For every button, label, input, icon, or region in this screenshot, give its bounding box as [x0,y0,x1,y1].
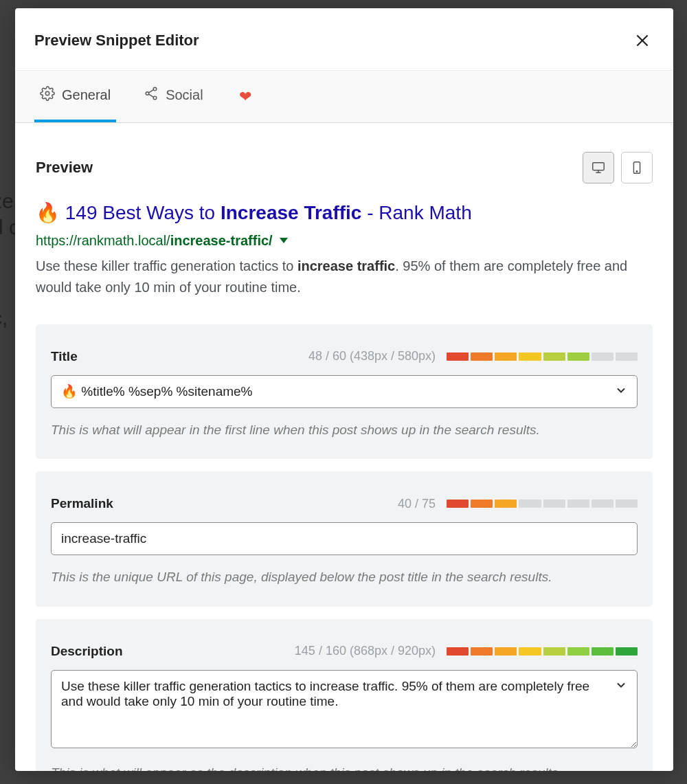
device-mobile-button[interactable] [621,152,653,183]
dropdown-caret-icon[interactable] [280,238,288,243]
tab-social-label: Social [166,87,203,103]
title-counter: 48 / 60 (438px / 580px) [308,349,436,363]
description-helper: This is what will appear as the descript… [51,763,638,771]
description-length-bar [447,647,638,656]
mobile-icon [629,160,644,175]
close-icon [633,32,651,49]
preview-label: Preview [36,159,93,177]
title-input[interactable] [51,375,638,408]
snippet-editor-modal: Preview Snippet Editor General Social ❤ … [15,8,673,771]
modal-title: Preview Snippet Editor [34,32,199,49]
description-label: Description [51,644,123,659]
permalink-helper: This is the unique URL of this page, dis… [51,568,638,587]
svg-line-7 [149,94,154,97]
heart-icon[interactable]: ❤ [239,88,251,106]
tabs: General Social ❤ [15,71,673,123]
tab-general[interactable]: General [34,71,116,122]
serp-preview: 🔥 149 Best Ways to Increase Traffic - Ra… [36,200,653,298]
permalink-input[interactable] [51,522,638,555]
svg-rect-8 [593,163,605,170]
tab-social[interactable]: Social [138,71,208,122]
title-helper: This is what will appear in the first li… [51,421,638,440]
permalink-length-bar [447,500,638,508]
modal-header: Preview Snippet Editor [15,8,673,71]
serp-description: Use these killer traffic generation tact… [36,256,653,298]
svg-point-2 [45,91,49,96]
close-button[interactable] [631,29,654,52]
serp-url: https://rankmath.local/increase-traffic/ [36,233,653,249]
device-desktop-button[interactable] [583,152,614,183]
serp-title: 🔥 149 Best Ways to Increase Traffic - Ra… [36,200,653,226]
svg-line-6 [149,90,154,93]
serp-emoji: 🔥 [36,202,60,223]
description-textarea[interactable] [51,670,638,748]
share-icon [144,86,159,104]
title-label: Title [51,349,78,364]
svg-point-5 [153,96,157,100]
device-toggle [583,152,653,183]
gear-icon [40,86,55,104]
tab-general-label: General [62,87,111,103]
title-section: Title 48 / 60 (438px / 580px) This is wh… [36,324,653,460]
title-length-bar [447,352,638,361]
permalink-section: Permalink 40 / 75 This is the unique URL… [36,471,653,607]
description-counter: 145 / 160 (868px / 920px) [295,644,436,658]
desktop-icon [591,160,606,175]
svg-point-4 [146,92,149,96]
permalink-counter: 40 / 75 [398,497,436,511]
description-section: Description 145 / 160 (868px / 920px) Th… [36,619,653,771]
svg-point-12 [636,171,637,172]
svg-point-3 [153,87,157,91]
permalink-label: Permalink [51,496,113,511]
